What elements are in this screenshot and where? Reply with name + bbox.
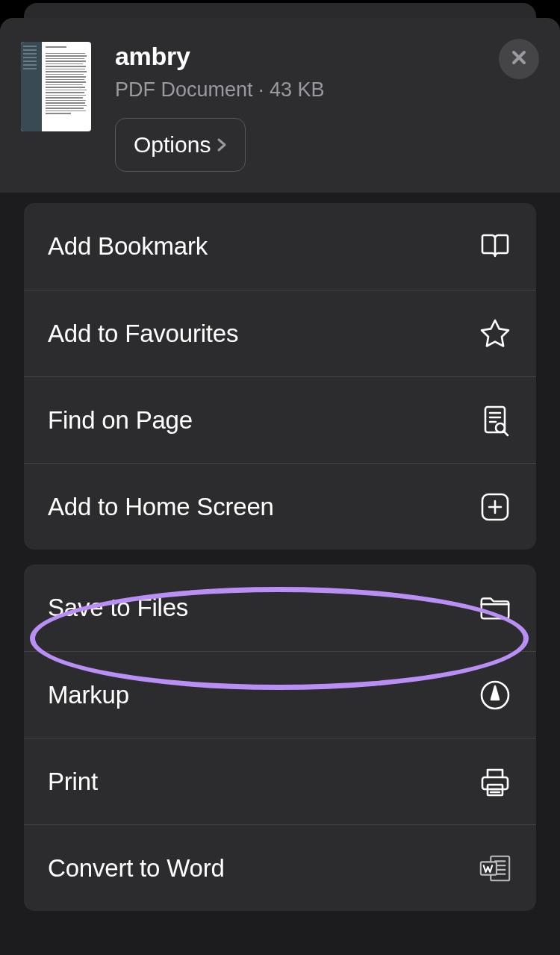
print-row[interactable]: Print [24,738,536,824]
options-button[interactable]: Options [115,118,246,172]
row-label: Add to Home Screen [48,493,274,521]
chevron-right-icon [217,132,227,158]
file-thumbnail [21,42,91,131]
convert-to-word-row[interactable]: Convert to Word [24,824,536,911]
find-icon [478,403,512,438]
row-label: Add to Favourites [48,320,238,348]
markup-icon [478,678,512,712]
close-icon [510,49,528,69]
close-button[interactable] [499,39,539,79]
add-to-favourites-row[interactable]: Add to Favourites [24,290,536,376]
book-icon [478,229,512,264]
row-label: Find on Page [48,406,193,435]
word-icon [478,851,512,886]
add-bookmark-row[interactable]: Add Bookmark [24,203,536,290]
file-meta: ambry PDF Document · 43 KB Options [115,42,539,172]
find-on-page-row[interactable]: Find on Page [24,376,536,463]
markup-row[interactable]: Markup [24,651,536,738]
actions-scroll[interactable]: Add Bookmark Add to Favourites Find on P… [0,193,560,955]
file-title: ambry [115,42,539,71]
row-label: Add Bookmark [48,232,208,261]
action-group-1: Add Bookmark Add to Favourites Find on P… [24,203,536,550]
print-icon [478,765,512,799]
share-sheet: ambry PDF Document · 43 KB Options Add B… [0,18,560,955]
star-icon [478,317,512,351]
folder-icon [478,591,512,625]
save-to-files-row[interactable]: Save to Files [24,564,536,651]
sheet-header: ambry PDF Document · 43 KB Options [0,18,560,193]
row-label: Markup [48,681,129,709]
add-to-home-screen-row[interactable]: Add to Home Screen [24,463,536,550]
row-label: Convert to Word [48,854,225,883]
row-label: Save to Files [48,594,188,622]
options-label: Options [134,132,211,158]
plus-square-icon [478,490,512,524]
action-group-2: Save to Files Markup Print Convert to Wo… [24,564,536,911]
svg-rect-4 [482,777,508,789]
file-subtitle: PDF Document · 43 KB [115,78,539,102]
row-label: Print [48,768,98,796]
